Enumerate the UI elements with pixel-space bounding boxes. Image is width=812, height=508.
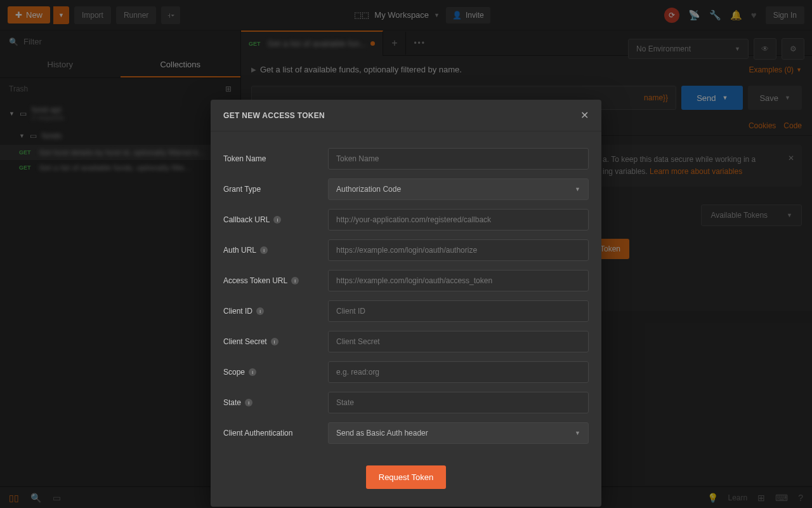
form-row-callback-url: Callback URL i bbox=[223, 209, 589, 231]
info-icon[interactable]: i bbox=[273, 216, 281, 224]
state-input[interactable] bbox=[328, 392, 589, 413]
token-name-input[interactable] bbox=[328, 148, 589, 170]
form-row-token-name: Token Name bbox=[223, 148, 589, 170]
chevron-down-icon: ▼ bbox=[575, 186, 580, 192]
form-row-auth-url: Auth URL i bbox=[223, 239, 589, 261]
modal-body: Token Name Grant Type Authorization Code… bbox=[211, 131, 601, 459]
token-name-label: Token Name bbox=[223, 154, 328, 163]
request-token-button[interactable]: Request Token bbox=[366, 465, 447, 489]
access-token-url-input[interactable] bbox=[328, 270, 589, 291]
modal-overlay: GET NEW ACCESS TOKEN ✕ Token Name Grant … bbox=[0, 0, 812, 508]
client-auth-label: Client Authentication bbox=[223, 429, 328, 438]
access-token-url-label: Access Token URL i bbox=[223, 276, 328, 285]
form-row-client-id: Client ID i bbox=[223, 300, 589, 322]
state-label: State i bbox=[223, 398, 328, 407]
chevron-down-icon: ▼ bbox=[575, 430, 580, 436]
callback-url-label: Callback URL i bbox=[223, 215, 328, 224]
client-id-input[interactable] bbox=[328, 300, 589, 322]
info-icon[interactable]: i bbox=[249, 368, 256, 376]
scope-input[interactable] bbox=[328, 361, 589, 383]
access-token-modal: GET NEW ACCESS TOKEN ✕ Token Name Grant … bbox=[211, 100, 601, 507]
client-auth-value: Send as Basic Auth header bbox=[336, 429, 428, 438]
close-icon[interactable]: ✕ bbox=[580, 109, 589, 121]
form-row-client-secret: Client Secret i bbox=[223, 331, 589, 352]
grant-type-select[interactable]: Authorization Code ▼ bbox=[328, 178, 589, 200]
auth-url-label: Auth URL i bbox=[223, 246, 328, 255]
client-auth-select[interactable]: Send as Basic Auth header ▼ bbox=[328, 422, 589, 444]
info-icon[interactable]: i bbox=[271, 338, 278, 345]
form-row-grant-type: Grant Type Authorization Code ▼ bbox=[223, 178, 589, 200]
form-row-access-token-url: Access Token URL i bbox=[223, 270, 589, 291]
modal-footer: Request Token bbox=[211, 459, 601, 507]
callback-url-input[interactable] bbox=[328, 209, 589, 231]
modal-title: GET NEW ACCESS TOKEN bbox=[223, 111, 325, 120]
grant-type-label: Grant Type bbox=[223, 185, 328, 194]
client-secret-input[interactable] bbox=[328, 331, 589, 352]
info-icon[interactable]: i bbox=[291, 277, 299, 284]
form-row-scope: Scope i bbox=[223, 361, 589, 383]
client-secret-label: Client Secret i bbox=[223, 337, 328, 346]
form-row-state: State i bbox=[223, 392, 589, 413]
auth-url-input[interactable] bbox=[328, 239, 589, 261]
modal-header: GET NEW ACCESS TOKEN ✕ bbox=[211, 100, 601, 131]
client-id-label: Client ID i bbox=[223, 307, 328, 316]
scope-label: Scope i bbox=[223, 368, 328, 377]
info-icon[interactable]: i bbox=[245, 399, 252, 406]
form-row-client-auth: Client Authentication Send as Basic Auth… bbox=[223, 422, 589, 444]
info-icon[interactable]: i bbox=[256, 307, 264, 315]
info-icon[interactable]: i bbox=[260, 246, 268, 254]
grant-type-value: Authorization Code bbox=[336, 185, 401, 194]
